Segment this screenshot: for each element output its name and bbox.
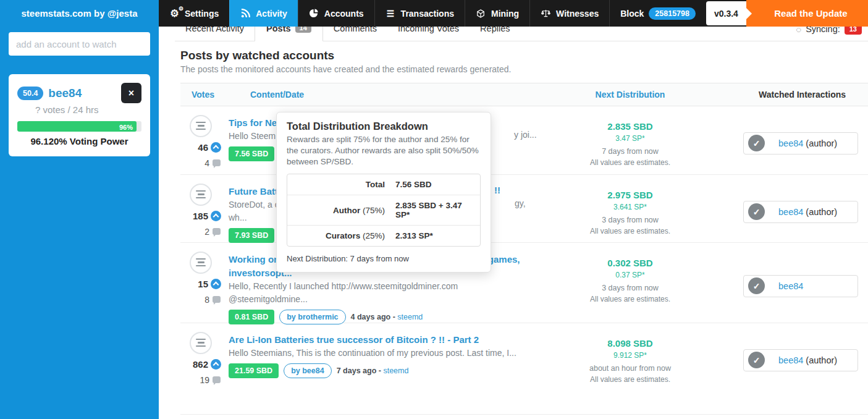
- nav-accounts-label: Accounts: [324, 9, 364, 19]
- comment-count: 19: [200, 375, 209, 385]
- tooltip-label: Total: [366, 180, 385, 189]
- steemd-link[interactable]: steemd: [397, 313, 423, 321]
- watched-account-link[interactable]: bee84: [778, 207, 803, 217]
- author-button[interactable]: by brothermic: [279, 310, 345, 324]
- remove-account-button[interactable]: ×: [121, 83, 141, 103]
- header-votes: Votes: [180, 90, 229, 99]
- nav-settings[interactable]: ⚙ Settings: [159, 0, 229, 27]
- header-watched-interactions: Watched Interactions: [695, 90, 868, 99]
- post-excerpt: Hello, Recently I launched http://www.st…: [229, 280, 565, 293]
- progress-fill: 96%: [17, 121, 137, 132]
- header-next-distribution: Next Distribution: [565, 90, 695, 99]
- post-date: 4 days ago - steemd: [351, 313, 423, 321]
- comment-icon: [213, 228, 221, 235]
- votes-cell: 185 2: [180, 175, 229, 243]
- nav-accounts[interactable]: Accounts: [298, 0, 374, 27]
- block-label: Block: [620, 9, 644, 19]
- cube-icon: [476, 9, 486, 18]
- post-type-icon: [190, 115, 212, 137]
- nav-mining-label: Mining: [491, 9, 519, 19]
- distribution-sp: 3.641 SP*: [565, 203, 695, 211]
- gear-icon: ⚙: [169, 9, 180, 19]
- tooltip-row-curators: Curators (25%) 2.313 SP*: [287, 225, 480, 246]
- next-distribution-cell: 2.975 SBD 3.641 SP* 3 days from now All …: [565, 175, 695, 243]
- block-number-badge: 25815798: [649, 7, 696, 20]
- comment-icon: [213, 296, 221, 303]
- distribution-when: 3 days from now: [565, 284, 695, 292]
- tooltip-row-author: Author (75%) 2.835 SBD + 3.47 SP*: [287, 195, 480, 225]
- tooltip-label: Curators: [326, 231, 360, 240]
- rss-icon: [240, 9, 251, 18]
- close-icon: ×: [129, 88, 134, 98]
- read-update-button[interactable]: Read the Update: [746, 0, 868, 27]
- post-meta-row: 21.59 SBD by bee84 7 days ago - steemd: [229, 363, 565, 378]
- vote-count: 185: [193, 211, 208, 221]
- post-type-icon: [190, 332, 212, 354]
- payout-badge: 0.81 SBD: [229, 310, 274, 324]
- header-content-date: Content/Date: [229, 90, 565, 99]
- vote-count: 862: [193, 359, 208, 370]
- watched-interactions-cell: ✓ bee84 (author): [695, 323, 868, 414]
- upvote-icon: [211, 142, 221, 153]
- add-account-input[interactable]: [9, 32, 150, 56]
- app-root: steemstats.com by @jesta 50.4 bee84 × ? …: [0, 0, 868, 419]
- author-button[interactable]: by bee84: [284, 363, 332, 378]
- post-title-fragment: !!: [494, 185, 500, 195]
- post-date: 7 days ago - steemd: [337, 366, 409, 375]
- page-subtitle: The posts the monitored accounts have cr…: [180, 64, 868, 74]
- watched-account-link[interactable]: bee84: [778, 355, 803, 365]
- steemd-link[interactable]: steemd: [383, 366, 408, 375]
- list-icon: ☰: [386, 9, 396, 18]
- post-excerpt: @steemitgoldmine...: [229, 293, 565, 306]
- scales-icon: [541, 9, 551, 18]
- tooltip-title: Total Distribution Breakdown: [287, 121, 481, 132]
- next-distribution-cell: 8.098 SBD 9.912 SP* about an hour from n…: [565, 323, 695, 414]
- watched-role: (author): [803, 207, 837, 217]
- tooltip-value: 2.835 SBD + 3.47 SP*: [385, 201, 473, 219]
- tooltip-label: Author: [333, 206, 360, 215]
- voting-power-label: 96.120% Voting Power: [17, 136, 141, 146]
- tooltip-label-paren: (75%): [360, 206, 385, 215]
- upvote-icon: [211, 211, 221, 221]
- votes-per-day-label: ? votes / 24 hrs: [35, 104, 141, 115]
- watched-interaction-card[interactable]: ✓ bee84 (author): [743, 349, 858, 371]
- watched-interaction-card[interactable]: ✓ bee84: [743, 275, 858, 297]
- watched-role: (author): [803, 138, 837, 148]
- table-header: Votes Content/Date Next Distribution Wat…: [180, 83, 868, 106]
- post-age: 4 days ago -: [351, 313, 398, 321]
- tooltip-footer: Next Distribution: 7 days from now: [287, 254, 481, 263]
- nav-activity[interactable]: Activity: [229, 0, 298, 27]
- comment-count: 2: [204, 227, 209, 237]
- watched-interactions-cell: ✓ bee84: [695, 243, 868, 324]
- tooltip-row-total: Total 7.56 SBD: [287, 174, 480, 195]
- post-type-icon: [190, 184, 212, 206]
- upvote-icon: [211, 279, 221, 289]
- nav-witnesses[interactable]: Witnesses: [529, 0, 609, 27]
- watched-interaction-card[interactable]: ✓ bee84 (author): [743, 132, 858, 154]
- nav-transactions-label: Transactions: [401, 9, 454, 19]
- watched-account-card: 50.4 bee84 × ? votes / 24 hrs 96% 96.120…: [9, 74, 150, 156]
- next-distribution-cell: 2.835 SBD 3.47 SP* 7 days from now All v…: [565, 106, 695, 174]
- nav-transactions[interactable]: ☰ Transactions: [374, 0, 465, 27]
- distribution-sbd: 2.835 SBD: [565, 121, 695, 132]
- distribution-sbd: 0.302 SBD: [565, 258, 695, 268]
- comment-icon: [213, 376, 221, 383]
- post-title-link[interactable]: Are Li-Ion Batteries true successor of B…: [229, 333, 565, 347]
- watched-interactions-cell: ✓ bee84 (author): [695, 106, 868, 174]
- tooltip-value: 2.313 SP*: [385, 231, 473, 240]
- watched-account-link[interactable]: bee84: [778, 138, 803, 148]
- tooltip-label-paren: (25%): [360, 231, 385, 240]
- watched-account-link[interactable]: bee84: [778, 281, 803, 291]
- content-cell: Are Li-Ion Batteries true successor of B…: [229, 323, 565, 414]
- distribution-note: All values are estimates.: [565, 227, 695, 235]
- distribution-tooltip: Total Distribution Breakdown Rewards are…: [276, 112, 491, 273]
- nav-mining[interactable]: Mining: [465, 0, 529, 27]
- watched-interaction-card[interactable]: ✓ bee84 (author): [743, 201, 858, 223]
- account-name-link[interactable]: bee84: [48, 87, 82, 100]
- votes-cell: 46 4: [180, 106, 229, 174]
- app-brand: steemstats.com by @jesta: [0, 0, 159, 27]
- post-meta-row: 0.81 SBD by brothermic 4 days ago - stee…: [229, 310, 565, 324]
- post-age: 7 days ago -: [337, 366, 384, 375]
- tooltip-value: 7.56 SBD: [385, 180, 473, 189]
- page-title: Posts by watched accounts: [180, 49, 868, 62]
